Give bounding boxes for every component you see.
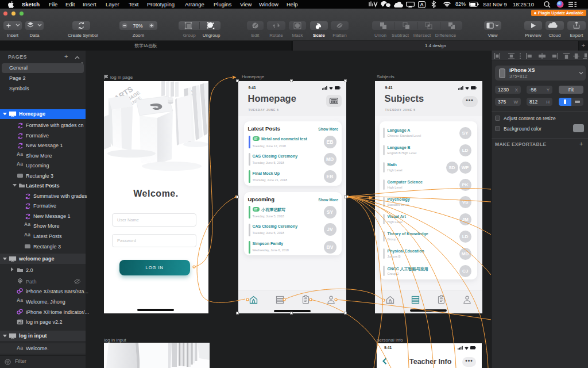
svg-text:70%: 70% (133, 23, 142, 29)
svg-text:A: A (420, 2, 423, 7)
